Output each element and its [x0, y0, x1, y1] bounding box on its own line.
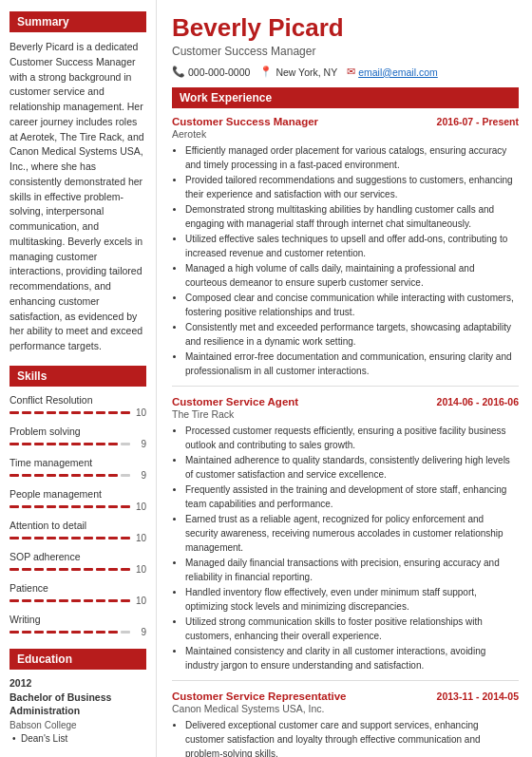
job-bullets: Efficiently managed order placement for … [172, 143, 519, 378]
job-bullet: Processed customer requests efficiently,… [185, 424, 519, 452]
skill-bar-row: 10 [10, 564, 146, 575]
skill-item: People management10 [10, 488, 146, 512]
email-icon: ✉ [347, 66, 355, 78]
skill-dot [108, 474, 118, 477]
work-experience-header: Work Experience [172, 87, 519, 108]
skill-score: 10 [135, 533, 146, 543]
job-bullet: Maintained adherence to quality standard… [185, 453, 519, 482]
location-icon: 📍 [259, 66, 273, 78]
skill-dot [22, 505, 31, 508]
skill-dot [47, 631, 56, 634]
skill-dot [22, 631, 31, 634]
skill-score: 10 [135, 596, 146, 606]
contact-row: 📞 000-000-0000 📍 New York, NY ✉ email@em… [172, 66, 519, 78]
skill-bar-row: 10 [10, 407, 146, 418]
skill-score: 10 [135, 502, 146, 512]
skill-dot [34, 411, 44, 414]
skills-section-title: Skills [10, 366, 146, 387]
skill-dot [71, 411, 81, 414]
skill-item: Writing9 [10, 614, 146, 637]
job-bullet: Efficiently managed order placement for … [185, 143, 519, 172]
skill-bar-row: 9 [10, 470, 146, 481]
skill-dot [59, 443, 68, 445]
skill-dot [121, 568, 130, 571]
skill-name: Patience [10, 582, 146, 594]
skill-bar-row: 10 [10, 596, 146, 606]
skill-item: Time management9 [10, 457, 146, 481]
main-content: Beverly Picard Customer Success Manager … [157, 0, 532, 757]
summary-text: Beverly Picard is a dedicated Customer S… [10, 40, 146, 354]
job-bullet: Utilized strong communication skills to … [185, 615, 519, 643]
skill-name: Problem solving [10, 426, 146, 437]
job-bullet: Demonstrated strong multitasking abiliti… [185, 202, 519, 231]
email-link[interactable]: email@email.com [358, 66, 438, 78]
skill-dot [10, 505, 19, 508]
job-block: Customer Success Manager2016-07 - Presen… [172, 116, 519, 387]
job-bullet: Delivered exceptional customer care and … [185, 718, 519, 757]
job-bullet: Maintained consistency and clarity in al… [185, 644, 519, 672]
skill-item: SOP adherence10 [10, 551, 146, 575]
skill-name: Attention to detail [10, 520, 146, 531]
job-title-row: Customer Service Representative2013-11 -… [172, 691, 519, 702]
skill-dot [96, 411, 105, 414]
job-dates: 2013-11 - 2014-05 [437, 691, 519, 702]
person-title: Customer Success Manager [172, 45, 519, 58]
skill-dot [84, 474, 93, 477]
skill-score: 10 [135, 407, 146, 418]
phone-icon: 📞 [172, 66, 185, 78]
job-title: Customer Service Representative [172, 691, 346, 702]
skill-dot [47, 568, 56, 571]
skill-score: 10 [135, 564, 146, 575]
skill-dot [96, 474, 105, 477]
skill-score: 9 [135, 439, 146, 449]
job-bullet: Consistently met and exceeded performanc… [185, 320, 519, 349]
skill-dot [47, 474, 56, 477]
job-block: Customer Service Representative2013-11 -… [172, 691, 519, 757]
job-dates: 2014-06 - 2016-06 [437, 396, 519, 407]
skill-dot [34, 474, 44, 477]
skill-name: SOP adherence [10, 551, 146, 562]
skill-name: People management [10, 488, 146, 500]
sidebar: Summary Beverly Picard is a dedicated Cu… [0, 0, 157, 757]
skill-dot [121, 474, 130, 477]
skill-dot [84, 537, 93, 539]
job-company: Canon Medical Systems USA, Inc. [172, 703, 519, 714]
job-block: Customer Service Agent2014-06 - 2016-06T… [172, 396, 519, 681]
skill-dot [121, 537, 130, 539]
skill-dots [10, 474, 131, 477]
location-text: New York, NY [276, 66, 337, 78]
job-title: Customer Service Agent [172, 396, 298, 407]
edu-degree: Bachelor of Business Administration [10, 691, 146, 718]
skill-dot [121, 411, 130, 414]
skill-dot [59, 631, 68, 634]
phone-number: 000-000-0000 [188, 66, 250, 78]
skill-dot [121, 631, 130, 634]
skill-dot [22, 411, 31, 414]
skill-dot [71, 599, 81, 602]
jobs-list: Customer Success Manager2016-07 - Presen… [172, 116, 519, 757]
skill-dot [121, 599, 130, 602]
job-company: The Tire Rack [172, 408, 519, 420]
skill-dot [10, 537, 19, 539]
skill-dot [96, 443, 105, 445]
skill-dot [22, 443, 31, 445]
job-bullet: Managed a high volume of calls daily, ma… [185, 261, 519, 290]
skill-dot [71, 474, 81, 477]
skill-dot [59, 411, 68, 414]
skill-dot [47, 537, 56, 539]
skill-dot [108, 411, 118, 414]
job-bullet: Utilized effective sales techniques to u… [185, 232, 519, 260]
skill-dot [22, 474, 31, 477]
skill-dots [10, 631, 131, 634]
summary-section-title: Summary [10, 11, 146, 32]
skills-list: Conflict Resolution10Problem solving9Tim… [10, 394, 146, 637]
education-item: 2012Bachelor of Business AdministrationB… [10, 677, 146, 744]
skill-dots [10, 411, 131, 414]
skill-dot [71, 631, 81, 634]
skill-dot [22, 599, 31, 602]
skill-dot [59, 537, 68, 539]
skill-item: Patience10 [10, 582, 146, 606]
edu-school: Babson College [10, 720, 146, 730]
job-bullet: Composed clear and concise communication… [185, 291, 519, 319]
skill-dots [10, 505, 131, 508]
